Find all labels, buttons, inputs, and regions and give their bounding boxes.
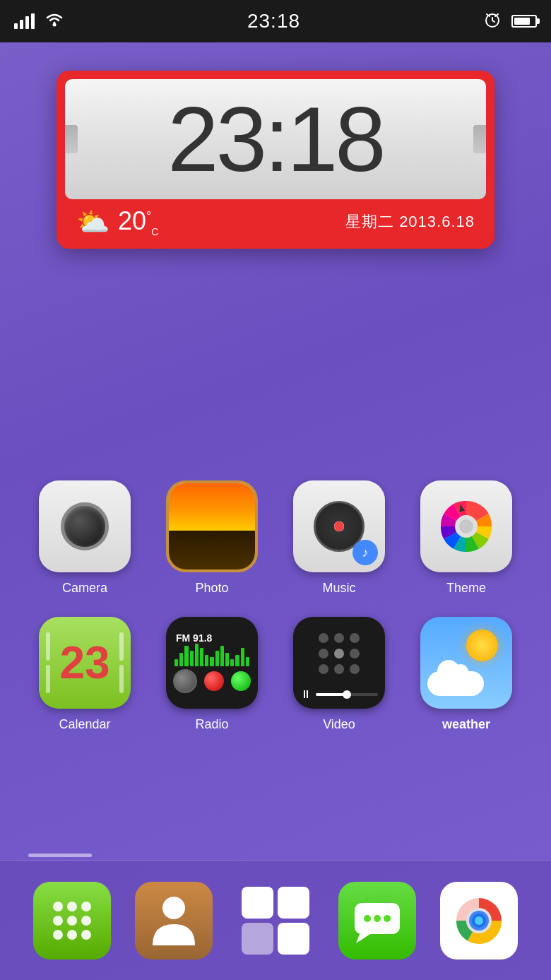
status-left [14, 11, 64, 31]
clock-widget[interactable]: 23:18 ⛅ 20°C 星期二 2013.6.18 [57, 71, 494, 249]
app-label-video: Video [323, 717, 355, 732]
calendar-lines-left [46, 632, 50, 693]
app-icon-calendar: 23 [39, 617, 131, 709]
app-icon-radio: FM 91.8 [166, 617, 258, 709]
app-label-radio: Radio [195, 717, 228, 732]
apps-grid-icon [242, 887, 309, 955]
dock-divider [28, 854, 92, 857]
dock-icon-contacts[interactable] [135, 882, 213, 960]
weather-sun-icon [466, 630, 498, 661]
app-item-radio[interactable]: FM 91.8 [155, 617, 268, 732]
dock-icon-dialer[interactable] [33, 882, 111, 960]
svg-point-4 [459, 519, 473, 533]
video-play-icon: ⏸ [300, 688, 312, 701]
dock-icon-apps[interactable] [237, 882, 314, 960]
signal-bar-2 [20, 20, 23, 29]
svg-point-9 [374, 915, 381, 922]
status-time: 23:18 [247, 10, 300, 33]
app-label-calendar: Calendar [59, 717, 110, 732]
app-icon-camera [39, 480, 131, 572]
signal-bars-icon [14, 13, 35, 29]
app-grid: Camera Photo ♪ Music [0, 480, 551, 732]
app-icon-video: ⏸ [293, 617, 385, 709]
dock-icon-messenger[interactable] [338, 882, 416, 960]
clock-date: 星期二 2013.6.18 [345, 211, 475, 232]
video-dots-grid [310, 625, 368, 683]
app-label-theme: Theme [446, 581, 486, 596]
camera-lens-icon [61, 502, 109, 550]
dialer-grid-icon [46, 895, 98, 947]
radio-play-button [231, 671, 251, 691]
app-item-music[interactable]: ♪ Music [283, 480, 396, 596]
music-note-badge: ♪ [352, 540, 378, 565]
status-bar: 23:18 [0, 0, 551, 42]
weather-icon: ⛅ [76, 206, 109, 237]
photo-sky [169, 483, 255, 531]
svg-point-0 [53, 23, 57, 27]
signal-bar-3 [25, 16, 29, 29]
weather-clouds-icon [427, 671, 484, 696]
photo-water [169, 531, 255, 569]
svg-point-5 [162, 897, 185, 919]
svg-point-8 [364, 915, 371, 922]
chrome-logo-icon [451, 892, 507, 949]
radio-stop-button [204, 671, 224, 691]
app-item-calendar[interactable]: 23 Calendar [28, 617, 141, 732]
app-icon-theme [420, 480, 512, 572]
messenger-bubble-icon [349, 892, 405, 949]
weather-info: ⛅ 20°C [76, 206, 158, 237]
video-controls-bar: ⏸ [293, 688, 385, 701]
app-label-photo: Photo [195, 581, 228, 596]
app-item-video[interactable]: ⏸ Video [283, 617, 396, 732]
video-progress-bar [316, 693, 378, 696]
app-label-weather: weather [442, 717, 490, 732]
wifi-icon [45, 11, 64, 31]
svg-marker-7 [356, 934, 370, 943]
svg-point-10 [384, 915, 391, 922]
app-item-photo[interactable]: Photo [155, 480, 268, 596]
dock [0, 860, 551, 980]
dock-icon-chrome[interactable] [440, 882, 518, 960]
alarm-icon [483, 11, 502, 32]
clock-bottom: ⛅ 20°C 星期二 2013.6.18 [65, 199, 486, 240]
calendar-lines-right [119, 632, 124, 693]
app-label-music: Music [322, 581, 355, 596]
theme-colorwheel-icon [438, 498, 494, 555]
radio-frequency-display: FM 91.8 [172, 632, 212, 644]
radio-spectrum-display [172, 644, 252, 666]
photo-inner [169, 483, 255, 569]
app-item-weather[interactable]: weather [410, 617, 523, 732]
clock-display: 23:18 [167, 93, 383, 185]
svg-point-15 [475, 916, 483, 925]
app-label-camera: Camera [62, 581, 107, 596]
app-icon-weather [420, 617, 512, 709]
battery-icon [511, 15, 537, 28]
calendar-day-number: 23 [59, 637, 109, 689]
app-icon-photo [166, 480, 258, 572]
radio-controls [173, 669, 251, 693]
app-item-camera[interactable]: Camera [28, 480, 141, 596]
signal-bar-4 [31, 13, 35, 29]
status-right [483, 11, 537, 32]
radio-knob [173, 669, 197, 693]
app-icon-music: ♪ [293, 480, 385, 572]
contacts-person-icon [149, 892, 199, 949]
weather-temperature: 20°C [118, 206, 158, 237]
clock-face: 23:18 [65, 79, 486, 199]
app-item-theme[interactable]: Theme [410, 480, 523, 596]
signal-bar-1 [14, 23, 18, 29]
